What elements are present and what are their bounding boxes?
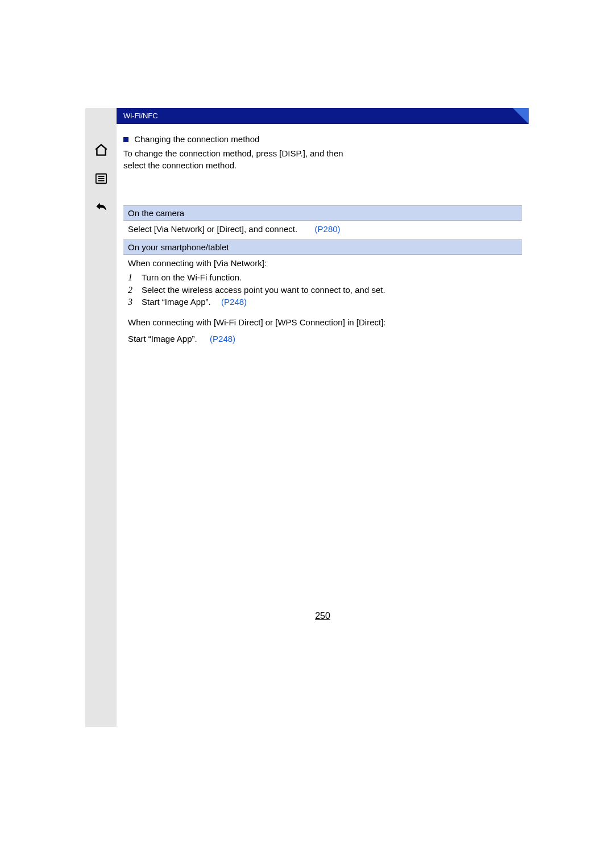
section-description: To change the connection method, press [… xyxy=(123,147,362,171)
page-link-p248[interactable]: (P248) xyxy=(210,334,235,344)
toc-icon[interactable] xyxy=(93,171,110,187)
back-icon[interactable] xyxy=(93,199,110,215)
page-link-p248[interactable]: (P248) xyxy=(221,297,247,307)
section-title: Changing the connection method xyxy=(134,134,259,144)
page-number: 250 xyxy=(117,611,529,621)
content-area: Wi-Fi/NFC Changing the connection method… xyxy=(117,108,529,637)
chapter-header: Wi-Fi/NFC xyxy=(117,108,529,124)
list-item: 3 Start “Image App”. (P248) xyxy=(128,296,517,308)
list-item: 1 Turn on the Wi-Fi function. xyxy=(128,271,517,284)
manual-page: Wi-Fi/NFC Changing the connection method… xyxy=(85,108,529,727)
smartphone-heading: On your smartphone/tablet xyxy=(123,239,522,255)
direct-label: When connecting with [Wi-Fi Direct] or [… xyxy=(123,314,522,330)
home-icon[interactable] xyxy=(93,142,110,158)
camera-heading: On the camera xyxy=(123,205,522,221)
section-title-row: Changing the connection method xyxy=(123,134,522,144)
direct-row: Start “Image App”. (P248) xyxy=(123,330,522,347)
step-number: 3 xyxy=(128,296,135,308)
list-item: 2 Select the wireless access point you w… xyxy=(128,284,517,296)
steps-list: 1 Turn on the Wi-Fi function. 2 Select t… xyxy=(123,271,522,314)
step-text: Start “Image App”. xyxy=(142,297,211,307)
step-number: 2 xyxy=(128,284,135,296)
sidebar xyxy=(85,108,117,727)
chapter-label: Wi-Fi/NFC xyxy=(123,111,158,120)
direct-text: Start “Image App”. xyxy=(128,334,197,344)
camera-row: Select [Via Network] or [Direct], and co… xyxy=(123,221,522,239)
camera-text: Select [Via Network] or [Direct], and co… xyxy=(128,224,297,234)
page-link-p280[interactable]: (P280) xyxy=(315,224,341,234)
bullet-square-icon xyxy=(123,137,128,142)
step-number: 1 xyxy=(128,271,135,284)
step-text: Select the wireless access point you wan… xyxy=(142,284,385,296)
via-network-label: When connecting with [Via Network]: xyxy=(123,255,522,271)
step-text: Turn on the Wi-Fi function. xyxy=(142,272,242,283)
